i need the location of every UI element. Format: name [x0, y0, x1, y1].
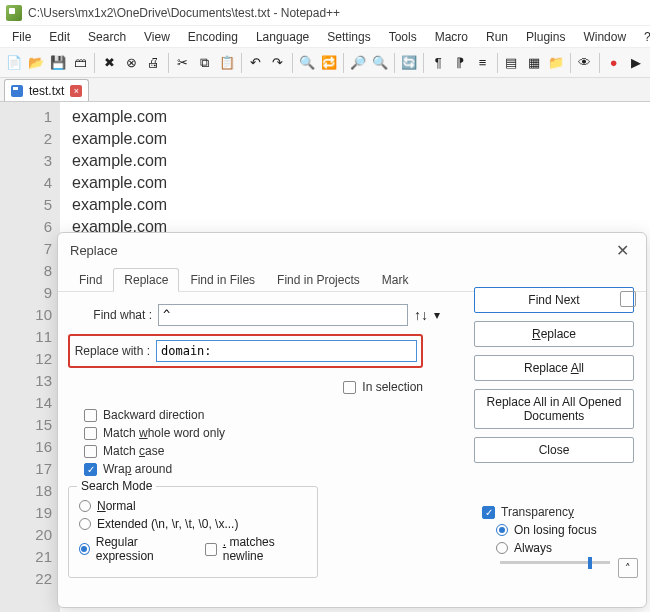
dialog-close-icon[interactable]: ✕: [610, 241, 634, 260]
transparency-panel: ✓Transparency On losing focus Always: [482, 501, 632, 564]
replace-all-button[interactable]: Replace All: [474, 355, 634, 381]
replace-button[interactable]: Replace: [474, 321, 634, 347]
show-all-chars-icon[interactable]: ⁋: [450, 52, 470, 74]
dlg-tab-find[interactable]: Find: [68, 268, 113, 292]
menu-encoding[interactable]: Encoding: [180, 28, 246, 46]
dialog-title: Replace: [70, 243, 118, 258]
swap-icon[interactable]: ↑↓: [414, 311, 428, 320]
sync-icon[interactable]: 🔄: [399, 52, 419, 74]
menu-tools[interactable]: Tools: [381, 28, 425, 46]
open-file-icon[interactable]: 📂: [26, 52, 46, 74]
find-label: Find what :: [68, 308, 158, 322]
cut-icon[interactable]: ✂: [173, 52, 193, 74]
save-all-icon[interactable]: 🗃: [70, 52, 90, 74]
menu-file[interactable]: File: [4, 28, 39, 46]
mode-regex-radio[interactable]: Regular expression . matches newline: [79, 535, 307, 563]
paste-icon[interactable]: 📋: [217, 52, 237, 74]
wrap-around-checkbox[interactable]: ✓Wrap around: [84, 462, 636, 476]
replace-all-opened-button[interactable]: Replace All in All Opened Documents: [474, 389, 634, 429]
app-icon: [6, 5, 22, 21]
find-input[interactable]: [158, 304, 408, 326]
close-all-icon[interactable]: ⊗: [121, 52, 141, 74]
new-file-icon[interactable]: 📄: [4, 52, 24, 74]
toolbar: 📄 📂 💾 🗃 ✖ ⊗ 🖨 ✂ ⧉ 📋 ↶ ↷ 🔍 🔁 🔎 🔍 🔄 ¶ ⁋ ≡ …: [0, 48, 650, 78]
transparency-slider[interactable]: [500, 561, 610, 564]
play-icon[interactable]: ▶: [626, 52, 646, 74]
replace-dialog: Replace ✕ FindReplaceFind in FilesFind i…: [57, 232, 647, 608]
menu-language[interactable]: Language: [248, 28, 317, 46]
in-selection-checkbox[interactable]: In selection: [343, 380, 423, 394]
transparency-losing-focus-radio[interactable]: On losing focus: [496, 523, 632, 537]
replace-highlight-box: Replace with :: [68, 334, 423, 368]
menu-edit[interactable]: Edit: [41, 28, 78, 46]
print-icon[interactable]: 🖨: [144, 52, 164, 74]
record-icon[interactable]: ●: [604, 52, 624, 74]
replace-input[interactable]: [156, 340, 417, 362]
func-list-icon[interactable]: ▦: [524, 52, 544, 74]
wordwrap-icon[interactable]: ¶: [428, 52, 448, 74]
monitor-icon[interactable]: 👁: [575, 52, 595, 74]
tab-close-icon[interactable]: ×: [70, 85, 82, 97]
dlg-tab-find-in-files[interactable]: Find in Files: [179, 268, 266, 292]
titlebar: C:\Users\mx1x2\OneDrive\Documents\test.t…: [0, 0, 650, 26]
window-title: C:\Users\mx1x2\OneDrive\Documents\test.t…: [28, 6, 340, 20]
menu-search[interactable]: Search: [80, 28, 134, 46]
copy-icon[interactable]: ⧉: [195, 52, 215, 74]
find-next-aux-checkbox[interactable]: [620, 291, 636, 307]
menu-window[interactable]: Window: [575, 28, 634, 46]
transparency-always-radio[interactable]: Always: [496, 541, 632, 555]
folder-icon[interactable]: 📁: [546, 52, 566, 74]
replace-label: Replace with :: [70, 344, 156, 358]
find-icon[interactable]: 🔍: [297, 52, 317, 74]
menu-settings[interactable]: Settings: [319, 28, 378, 46]
menubar: FileEditSearchViewEncodingLanguageSettin…: [0, 26, 650, 48]
file-tab[interactable]: test.txt ×: [4, 79, 89, 101]
save-state-icon: [11, 85, 23, 97]
save-icon[interactable]: 💾: [48, 52, 68, 74]
close-button[interactable]: Close: [474, 437, 634, 463]
line-number-gutter: 12345678910111213141516171819202122: [0, 102, 60, 612]
mode-normal-radio[interactable]: Normal: [79, 499, 307, 513]
zoom-in-icon[interactable]: 🔎: [348, 52, 368, 74]
menu-view[interactable]: View: [136, 28, 178, 46]
menu-run[interactable]: Run: [478, 28, 516, 46]
menu-macro[interactable]: Macro: [427, 28, 476, 46]
transparency-checkbox[interactable]: ✓Transparency: [482, 505, 632, 519]
dlg-tab-mark[interactable]: Mark: [371, 268, 420, 292]
file-tab-label: test.txt: [29, 84, 64, 98]
dlg-tab-find-in-projects[interactable]: Find in Projects: [266, 268, 371, 292]
undo-icon[interactable]: ↶: [246, 52, 266, 74]
mode-extended-radio[interactable]: Extended (\n, \r, \t, \0, \x...): [79, 517, 307, 531]
zoom-out-icon[interactable]: 🔍: [370, 52, 390, 74]
dlg-tab-replace[interactable]: Replace: [113, 268, 179, 292]
search-mode-group: Search Mode Normal Extended (\n, \r, \t,…: [68, 486, 318, 578]
menu-?[interactable]: ?: [636, 28, 650, 46]
redo-icon[interactable]: ↷: [268, 52, 288, 74]
doc-map-icon[interactable]: ▤: [501, 52, 521, 74]
find-next-button[interactable]: Find Next: [474, 287, 634, 313]
file-tabs: test.txt ×: [0, 78, 650, 102]
close-icon[interactable]: ✖: [99, 52, 119, 74]
menu-plugins[interactable]: Plugins: [518, 28, 573, 46]
indent-guide-icon[interactable]: ≡: [472, 52, 492, 74]
search-mode-legend: Search Mode: [77, 479, 156, 493]
replace-icon[interactable]: 🔁: [319, 52, 339, 74]
expand-toggle-button[interactable]: ˄: [618, 558, 638, 578]
dropdown-arrow-icon[interactable]: ▾: [434, 308, 440, 322]
